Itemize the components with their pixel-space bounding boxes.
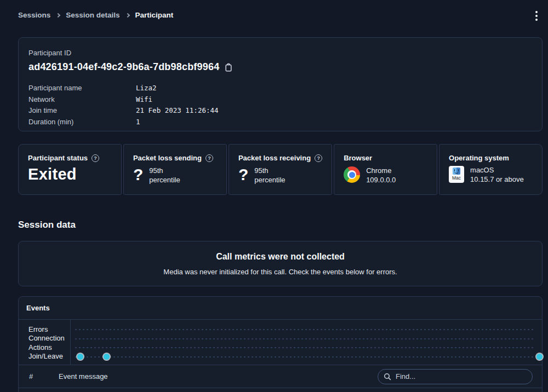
events-title: Events [26, 304, 50, 312]
timeline-row-label-errors: Errors [28, 325, 70, 334]
detail-value: Liza2 [136, 84, 157, 92]
event-dot[interactable] [536, 354, 543, 360]
unknown-value-icon: ? [133, 166, 143, 183]
detail-value: 21 Feb 2023 11:26:44 [136, 106, 219, 114]
status-cards-row: Participant status Exited Packet loss se… [18, 144, 543, 195]
events-table-header: # Event message [19, 365, 542, 388]
metrics-notice-body: Media was never initialized for this cal… [19, 268, 542, 276]
timeline-plot [71, 320, 542, 365]
detail-label: Participant name [28, 84, 136, 92]
detail-label: Join time [28, 106, 136, 114]
breadcrumb: Sessions Session details Participant [18, 11, 173, 19]
breadcrumb-session-details[interactable]: Session details [66, 11, 119, 19]
browser-name: Chrome [366, 166, 391, 175]
find-input[interactable] [378, 369, 533, 384]
timeline-row-label-connection: Connection [28, 334, 70, 343]
detail-row: Join time 21 Feb 2023 11:26:44 [28, 105, 532, 117]
help-icon[interactable] [92, 154, 99, 162]
status-card-title: Packet loss receiving [238, 154, 311, 162]
status-card-packet-loss-receiving: Packet loss receiving ? 95th percentile [229, 144, 332, 195]
detail-row: Network Wifi [28, 94, 532, 105]
status-card-title: Participant status [28, 154, 88, 162]
os-version: 10.15.7 or above [470, 175, 524, 183]
detail-value: Wifi [136, 95, 152, 103]
detail-row: Participant name Liza2 [28, 82, 532, 94]
event-dot[interactable] [104, 354, 110, 360]
percentile-line1: 95th [254, 166, 268, 175]
participant-status-value: Exited [28, 165, 112, 183]
metrics-notice-card: Call metrics were not collected Media wa… [18, 241, 543, 286]
participant-id-value: ad426191-04ef-49c2-9b6a-7db98cbf9964 [28, 61, 219, 73]
participant-card: Participant ID ad426191-04ef-49c2-9b6a-7… [18, 37, 543, 131]
timeline-row-label-joinleave: Join/Leave [28, 352, 70, 361]
timeline-row-label-actions: Actions [28, 343, 70, 352]
metrics-notice-title: Call metrics were not collected [19, 252, 542, 262]
detail-value: 1 [136, 118, 140, 126]
event-dot[interactable] [77, 354, 83, 360]
mac-icon-label: Mac [452, 175, 461, 181]
events-card: Events Errors Connection Actions Join/Le… [18, 296, 543, 392]
breadcrumb-sessions[interactable]: Sessions [18, 11, 50, 19]
status-card-title: Operating system [449, 154, 509, 162]
percentile-line2: percentile [254, 176, 285, 184]
detail-row: Duration (min) 1 [28, 116, 532, 128]
status-card-packet-loss-sending: Packet loss sending ? 95th percentile [123, 144, 227, 195]
browser-version: 109.0.0.0 [366, 176, 396, 184]
chrome-icon [344, 166, 360, 183]
timeline-track [75, 338, 534, 339]
participant-id-label: Participant ID [28, 49, 532, 57]
participant-details: Participant name Liza2 Network Wifi Join… [28, 82, 532, 128]
chevron-right-icon [56, 13, 60, 17]
session-data-heading: Session data [18, 220, 76, 230]
timeline-track [75, 347, 534, 348]
help-icon[interactable] [206, 154, 213, 162]
detail-label: Duration (min) [28, 118, 136, 126]
kebab-menu-icon[interactable] [532, 10, 541, 22]
status-card-title: Packet loss sending [133, 154, 202, 162]
os-name: macOS [470, 166, 494, 174]
status-card-participant-status: Participant status Exited [18, 144, 122, 195]
percentile-line2: percentile [149, 176, 180, 184]
status-card-operating-system: Operating system Mac macOS 10.15.7 or ab… [439, 144, 543, 195]
copy-icon[interactable] [225, 63, 232, 72]
breadcrumb-participant: Participant [135, 11, 174, 19]
events-timeline: Errors Connection Actions Join/Leave [19, 320, 542, 365]
macos-icon: Mac [449, 166, 464, 183]
help-icon[interactable] [315, 154, 322, 162]
column-header-number: # [29, 372, 37, 381]
detail-label: Network [28, 95, 136, 103]
status-card-browser: Browser Chrome 109.0.0.0 [334, 144, 437, 195]
percentile-line1: 95th [149, 166, 163, 175]
column-header-event-message: Event message [59, 372, 108, 381]
unknown-value-icon: ? [238, 166, 248, 183]
chevron-right-icon [125, 13, 129, 17]
finder-face-icon [453, 168, 460, 175]
timeline-track [75, 356, 534, 358]
timeline-track [75, 329, 534, 330]
status-card-title: Browser [344, 154, 372, 162]
